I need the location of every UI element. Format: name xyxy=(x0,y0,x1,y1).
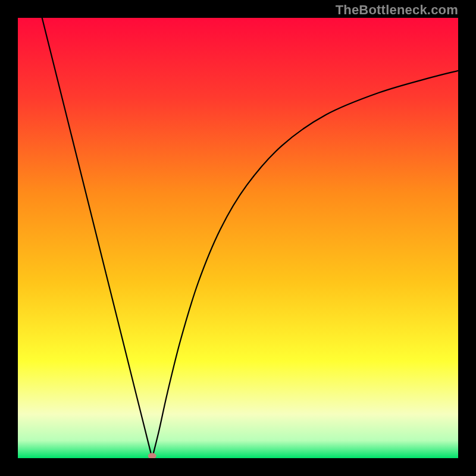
chart-frame xyxy=(18,18,458,458)
chart-background xyxy=(18,18,458,458)
bottleneck-curve-chart xyxy=(18,18,458,458)
watermark-text: TheBottleneck.com xyxy=(336,2,458,18)
